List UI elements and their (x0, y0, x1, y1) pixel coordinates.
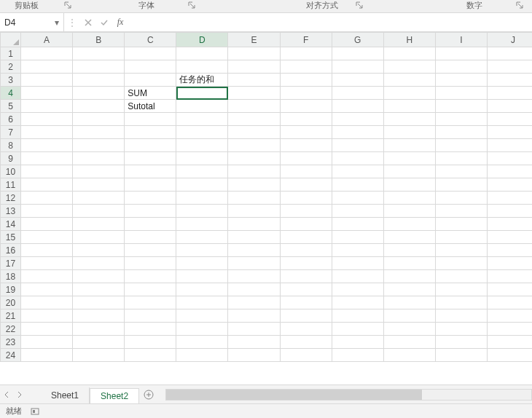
cell[interactable] (487, 192, 532, 205)
cell[interactable] (228, 231, 280, 244)
cell[interactable] (21, 47, 73, 60)
cell[interactable] (383, 349, 435, 362)
column-header[interactable]: C (125, 33, 176, 47)
name-box-dropdown-icon[interactable]: ▾ (55, 17, 59, 28)
cell[interactable] (332, 165, 383, 178)
cell[interactable] (125, 218, 176, 231)
macro-record-icon[interactable] (31, 407, 39, 416)
cell[interactable] (125, 126, 176, 139)
cell[interactable] (73, 349, 125, 362)
cell[interactable] (73, 336, 125, 349)
cell[interactable] (73, 231, 125, 244)
column-header[interactable]: G (332, 33, 383, 47)
cell[interactable] (73, 126, 125, 139)
cell[interactable] (487, 87, 532, 100)
cell[interactable] (176, 296, 228, 309)
cell[interactable] (435, 74, 487, 87)
cell[interactable]: 任务的和 (176, 74, 228, 87)
cell[interactable] (125, 152, 176, 165)
cell[interactable] (176, 126, 228, 139)
column-header[interactable]: A (21, 33, 73, 47)
cell[interactable] (332, 139, 383, 152)
dialog-launcher-icon[interactable] (516, 1, 523, 9)
cell[interactable] (435, 231, 487, 244)
cell[interactable] (332, 152, 383, 165)
cell[interactable] (176, 60, 228, 74)
horizontal-scrollbar[interactable] (165, 389, 532, 401)
cell[interactable] (228, 139, 280, 152)
cell[interactable] (228, 60, 280, 74)
cell[interactable] (487, 244, 532, 257)
cell[interactable] (21, 126, 73, 139)
cell[interactable] (176, 47, 228, 60)
cell[interactable] (435, 270, 487, 283)
cell[interactable] (73, 244, 125, 257)
cell[interactable] (21, 178, 73, 192)
cell[interactable] (125, 178, 176, 192)
cell[interactable] (332, 309, 383, 323)
cell[interactable] (228, 296, 280, 309)
column-header[interactable]: H (383, 33, 435, 47)
cell[interactable] (73, 165, 125, 178)
spreadsheet-grid[interactable]: ABCDEFGHIJ123任务的和4SUM5Sutotal67891011121… (0, 32, 532, 362)
cell[interactable] (332, 47, 383, 60)
row-header[interactable]: 7 (1, 126, 21, 139)
cell[interactable] (435, 113, 487, 126)
column-header[interactable]: F (280, 33, 332, 47)
cell[interactable] (176, 205, 228, 218)
cell[interactable] (435, 165, 487, 178)
cell[interactable] (176, 100, 228, 113)
cell[interactable] (435, 323, 487, 336)
cell[interactable] (487, 139, 532, 152)
cell[interactable] (73, 205, 125, 218)
cell[interactable] (280, 323, 332, 336)
row-header[interactable]: 12 (1, 192, 21, 205)
cell[interactable] (383, 323, 435, 336)
cell[interactable] (487, 349, 532, 362)
cell[interactable] (435, 60, 487, 74)
cell[interactable] (228, 165, 280, 178)
column-header[interactable]: B (73, 33, 125, 47)
insert-function-button[interactable]: fx (112, 13, 128, 31)
cell[interactable] (21, 349, 73, 362)
cell[interactable] (228, 152, 280, 165)
cell[interactable] (125, 47, 176, 60)
cell[interactable] (487, 100, 532, 113)
cell[interactable] (280, 257, 332, 270)
cell[interactable] (21, 192, 73, 205)
cell[interactable] (176, 139, 228, 152)
cell[interactable] (21, 296, 73, 309)
cell[interactable] (125, 323, 176, 336)
cell[interactable] (435, 152, 487, 165)
cell[interactable] (228, 100, 280, 113)
cell[interactable] (176, 113, 228, 126)
cell[interactable] (383, 60, 435, 74)
cell[interactable] (332, 231, 383, 244)
cell[interactable] (73, 323, 125, 336)
grid-viewport[interactable]: ABCDEFGHIJ123任务的和4SUM5Sutotal67891011121… (0, 32, 532, 385)
row-header[interactable]: 10 (1, 165, 21, 178)
row-header[interactable]: 5 (1, 100, 21, 113)
cell[interactable] (125, 296, 176, 309)
cell[interactable] (487, 323, 532, 336)
cell[interactable] (383, 296, 435, 309)
row-header[interactable]: 20 (1, 296, 21, 309)
cell[interactable] (125, 139, 176, 152)
cell[interactable] (332, 323, 383, 336)
cell[interactable] (487, 270, 532, 283)
row-header[interactable]: 9 (1, 152, 21, 165)
cell[interactable] (228, 336, 280, 349)
cell[interactable] (73, 113, 125, 126)
cell[interactable] (280, 74, 332, 87)
column-header[interactable]: I (435, 33, 487, 47)
row-header[interactable]: 14 (1, 218, 21, 231)
cell[interactable] (487, 205, 532, 218)
cell[interactable] (487, 178, 532, 192)
cell[interactable] (383, 152, 435, 165)
cell[interactable] (176, 244, 228, 257)
cell[interactable] (21, 309, 73, 323)
cell[interactable] (435, 87, 487, 100)
cell[interactable] (383, 100, 435, 113)
cell[interactable] (332, 192, 383, 205)
cancel-formula-button[interactable] (80, 13, 96, 31)
